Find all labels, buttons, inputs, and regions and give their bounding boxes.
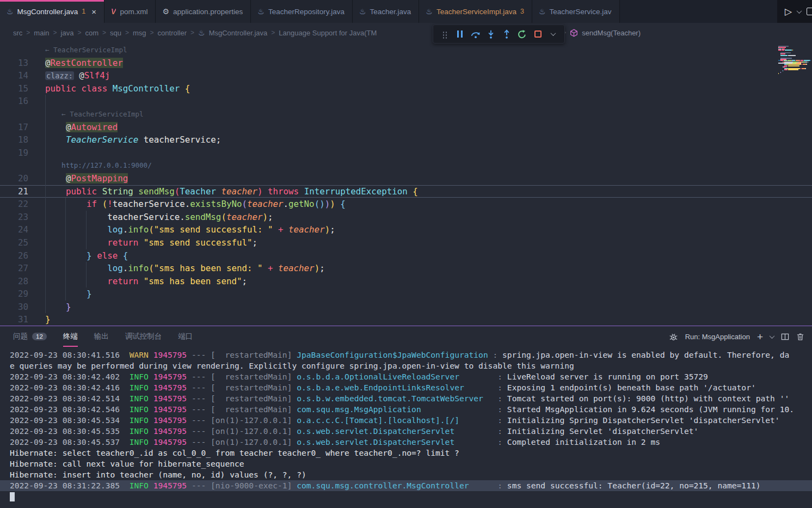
properties-file-icon: ⚙ [162, 7, 169, 16]
tab-problem-badge: 1 [82, 8, 85, 15]
tab-close-icon[interactable]: × [91, 7, 96, 16]
code-text: return "sms has been send"; [45, 275, 247, 288]
panel-tab[interactable]: 调试控制台 [125, 326, 162, 347]
minimap[interactable] [778, 46, 811, 75]
tab-teacherrepository-java[interactable]: ♨TeacherRepository.java [251, 0, 353, 23]
code-text: return "sms send successful"; [45, 236, 257, 249]
breadcrumb-item[interactable]: Language Support for Java(TM [279, 29, 377, 37]
line-number: 30 [0, 301, 28, 314]
breadcrumb-item[interactable]: main [34, 29, 49, 37]
split-editor-icon[interactable] [807, 8, 812, 15]
indent-guide [45, 223, 46, 236]
terminal-cursor [10, 492, 15, 501]
terminal-line: Hibernate: insert into teacher (name, no… [0, 469, 812, 480]
tab-label: Teacher.java [370, 8, 411, 16]
breadcrumb-separator: > [125, 29, 129, 36]
tab-pom-xml[interactable]: Vpom.xml [104, 0, 156, 23]
breadcrumb-item[interactable]: msg [133, 29, 146, 37]
problems-count-badge: 12 [32, 333, 47, 340]
breadcrumb-item[interactable]: java [61, 29, 74, 37]
code-text: ← TeacherServiceImpl [45, 44, 127, 57]
code-text: log.info("sms has been send: " + teacher… [45, 262, 325, 275]
step-into-button[interactable] [484, 28, 497, 41]
breadcrumb: src>main>java>com>squ>msg>controller>♨Ms… [0, 23, 812, 42]
code-line: 26 } else { [0, 249, 812, 262]
stop-options-chevron-icon[interactable] [547, 28, 560, 41]
indent-guide [45, 236, 46, 249]
tab-teacherservice-jav[interactable]: ♨TeacherService.jav [532, 0, 620, 23]
step-over-button[interactable] [469, 28, 482, 41]
code-lines: ← TeacherServiceImpl13@RestController14c… [0, 42, 812, 326]
code-text: public class MsgController { [45, 82, 190, 95]
terminal[interactable]: 2022-09-23 08:30:41.516 WARN 1945795 ---… [0, 347, 812, 508]
bottom-panel: 问题12终端输出调试控制台端口 Run: MsgApplication + [0, 326, 812, 508]
minimap-line [778, 73, 811, 74]
indent-guide [65, 198, 66, 211]
indent-guide [45, 301, 46, 314]
new-terminal-button[interactable]: + [757, 332, 763, 342]
tab-teacher-java[interactable]: ♨Teacher.java [353, 0, 419, 23]
line-number: 20 [0, 172, 28, 185]
panel-tab[interactable]: 终端 [63, 326, 78, 347]
split-terminal-icon[interactable] [781, 333, 789, 341]
indent-guide [45, 159, 46, 172]
code-line: 27 log.info("sms has been send: " + teac… [0, 262, 812, 275]
breadcrumb-separator: > [190, 29, 194, 36]
panel-tab-label: 端口 [178, 332, 193, 341]
line-number: 18 [0, 133, 28, 146]
line-number: 26 [0, 249, 28, 262]
line-number: 13 [0, 57, 28, 70]
line-number: 17 [0, 121, 28, 134]
code-line: 29 } [0, 287, 812, 301]
restart-button[interactable] [515, 28, 528, 41]
terminal-line: Hibernate: call next value for hibernate… [0, 458, 812, 469]
terminal-options-chevron-icon[interactable] [770, 333, 775, 339]
breadcrumb-separator: > [271, 29, 275, 36]
tab-label: TeacherRepository.java [268, 8, 345, 16]
code-line: 28 return "sms has been send"; [0, 275, 812, 288]
terminal-line: 2022-09-23 08:30:42.416 INFO 1945795 ---… [0, 382, 812, 393]
panel-tab[interactable]: 端口 [178, 326, 193, 347]
toolbar-drag-grip-icon[interactable] [438, 28, 451, 41]
breadcrumb-symbol-group[interactable]: r > sendMsg(Teacher) [556, 23, 641, 42]
code-text: } [45, 313, 51, 326]
code-editor[interactable]: ← TeacherServiceImpl13@RestController14c… [0, 42, 812, 326]
run-options-chevron-icon[interactable] [797, 8, 802, 14]
code-text: clazz: @Slf4j [45, 69, 110, 82]
breadcrumb-item[interactable]: squ [110, 29, 121, 37]
breadcrumb-item[interactable]: controller [158, 29, 187, 37]
step-out-button[interactable] [500, 28, 513, 41]
indent-guide [86, 236, 87, 249]
breadcrumb-item[interactable]: com [85, 29, 99, 37]
line-number [0, 159, 28, 172]
maven-file-icon: V [111, 7, 116, 16]
kill-terminal-icon[interactable] [796, 333, 804, 341]
codelens-line: http://127.0.0.1:9000/ [0, 159, 812, 172]
panel-tab[interactable]: 输出 [94, 326, 109, 347]
code-text: http://127.0.0.1:9000/ [45, 159, 152, 172]
terminal-session-label[interactable]: Run: MsgApplication [685, 333, 750, 341]
pause-button[interactable] [453, 28, 466, 41]
run-java-button[interactable]: ▷ [785, 7, 792, 16]
line-number: 21 [0, 185, 28, 198]
stop-button[interactable] [531, 28, 544, 41]
line-number [0, 44, 28, 57]
indent-guide [45, 198, 46, 211]
indent-guide [45, 108, 46, 121]
panel-tabs: 问题12终端输出调试控制台端口 [13, 326, 193, 347]
breadcrumb-item[interactable]: src [13, 29, 22, 37]
indent-guide [45, 121, 46, 134]
panel-tab[interactable]: 问题12 [13, 326, 47, 347]
panel-tab-label: 终端 [63, 332, 78, 341]
terminal-line: 2022-09-23 08:30:42.402 INFO 1945795 ---… [0, 371, 812, 382]
code-text: TeacherService teacherService; [45, 133, 221, 146]
tab-teacherserviceimpl-java[interactable]: ♨TeacherServiceImpl.java3 [419, 0, 532, 23]
panel-header: 问题12终端输出调试控制台端口 Run: MsgApplication + [0, 326, 812, 347]
panel-actions: Run: MsgApplication + [669, 332, 804, 342]
tab-msgcontroller-java[interactable]: ♨MsgController.java1× [0, 0, 104, 23]
vscode-window: ♨MsgController.java1×Vpom.xml⚙applicatio… [0, 0, 812, 508]
java-file-icon: ♨ [426, 7, 433, 16]
codelens-line: ← TeacherServiceImpl [0, 44, 812, 57]
breadcrumb-item[interactable]: MsgController.java [209, 29, 268, 37]
tab-application-properties[interactable]: ⚙application.properties [156, 0, 251, 23]
